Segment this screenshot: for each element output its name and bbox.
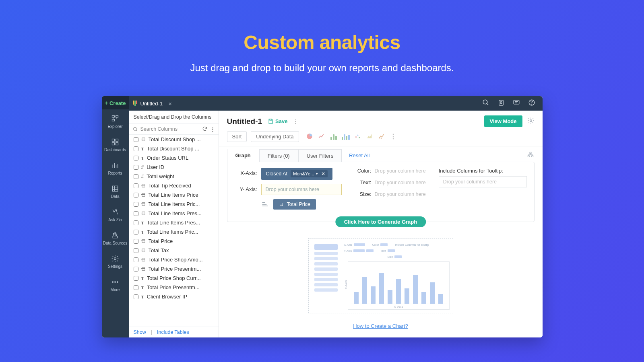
xaxis-label: X-Axis: xyxy=(235,168,257,176)
include-tables-link[interactable]: Include Tables xyxy=(157,329,189,335)
column-item[interactable]: TTotal Line Items Pres... xyxy=(129,218,219,227)
column-checkbox[interactable] xyxy=(134,211,138,216)
xaxis-chip[interactable]: Closed At Mon&Ye...▾✕ xyxy=(261,168,332,180)
nav-data[interactable]: Data xyxy=(102,179,129,203)
column-item[interactable]: Total Line Items Pric... xyxy=(129,200,219,209)
document-tab[interactable]: Untitled-1 × xyxy=(129,96,178,111)
create-button[interactable]: + Create xyxy=(102,96,129,109)
underlying-data-button[interactable]: Underlying Data xyxy=(251,131,299,142)
grouped-bar-icon[interactable] xyxy=(342,133,350,140)
nav-askzia[interactable]: Ask Zia xyxy=(102,203,129,226)
more-icon[interactable]: ⋮ xyxy=(210,126,215,132)
area-chart-icon[interactable] xyxy=(366,133,374,140)
xaxis-format-dropdown[interactable]: Mon&Ye...▾✕ xyxy=(291,170,328,177)
help-icon[interactable] xyxy=(528,99,535,108)
nav-settings[interactable]: Settings xyxy=(102,249,129,273)
column-item[interactable]: #User ID xyxy=(129,162,219,172)
tab-graph[interactable]: Graph xyxy=(227,149,259,162)
color-dropzone[interactable]: Drop your column here xyxy=(375,168,426,174)
view-mode-button[interactable]: View Mode xyxy=(484,115,522,127)
column-item[interactable]: TOrder Status URL xyxy=(129,153,219,162)
text-dropzone[interactable]: Drop your column here xyxy=(375,180,426,185)
column-checkbox[interactable] xyxy=(134,276,138,281)
column-item[interactable]: Total Tax xyxy=(129,246,219,255)
svg-rect-4 xyxy=(514,100,519,104)
svg-rect-64 xyxy=(531,156,533,157)
column-item[interactable]: Total Price Presentm... xyxy=(129,264,219,274)
column-checkbox[interactable] xyxy=(134,248,138,253)
line-chart-icon[interactable] xyxy=(318,133,326,140)
column-item[interactable]: TTotal Price Shop Curr... xyxy=(129,274,219,283)
nav-explorer[interactable]: Explorer xyxy=(102,109,129,133)
hierarchy-icon[interactable] xyxy=(526,152,535,160)
pie-chart-icon[interactable] xyxy=(305,133,314,140)
sort-button[interactable]: Sort xyxy=(227,131,247,142)
nav-dashboards[interactable]: Dashboards xyxy=(102,133,129,156)
nav-more[interactable]: More xyxy=(102,273,129,296)
column-checkbox[interactable] xyxy=(134,230,138,234)
save-button[interactable]: Save xyxy=(268,118,287,124)
chat-icon[interactable] xyxy=(513,99,520,108)
show-link[interactable]: Show xyxy=(134,329,146,335)
column-checkbox[interactable] xyxy=(134,220,138,225)
close-icon[interactable]: ✕ xyxy=(320,171,325,177)
combo-chart-icon[interactable] xyxy=(378,133,386,140)
column-item[interactable]: Total Line Items Pres... xyxy=(129,209,219,218)
more-icon[interactable]: ⋮ xyxy=(390,133,396,140)
svg-rect-52 xyxy=(142,267,144,270)
svg-point-0 xyxy=(483,100,487,104)
more-icon[interactable]: ⋮ xyxy=(293,118,299,125)
column-item[interactable]: #Total weight xyxy=(129,172,219,181)
sort-icon[interactable] xyxy=(261,202,269,207)
column-checkbox[interactable] xyxy=(134,294,138,299)
column-item[interactable]: Total Tip Received xyxy=(129,181,219,190)
yaxis-chip-dragging[interactable]: Total Price xyxy=(273,199,316,210)
svg-rect-16 xyxy=(112,143,115,145)
svg-point-57 xyxy=(355,136,357,138)
gear-icon[interactable] xyxy=(527,117,535,126)
column-search-input[interactable]: Search Columns xyxy=(129,124,202,134)
column-checkbox[interactable] xyxy=(134,183,138,188)
svg-rect-46 xyxy=(142,240,144,243)
column-checkbox[interactable] xyxy=(134,267,138,272)
nav-datasources[interactable]: Data Sources xyxy=(102,226,129,249)
column-checkbox[interactable] xyxy=(134,193,138,197)
hero-title: Custom analytics xyxy=(244,31,400,53)
column-checkbox[interactable] xyxy=(134,257,138,262)
yaxis-dropzone[interactable]: Drop your columns here xyxy=(261,184,342,195)
svg-rect-40 xyxy=(142,193,144,196)
column-checkbox[interactable] xyxy=(134,202,138,207)
column-item[interactable]: TClient Browser IP xyxy=(129,292,219,301)
svg-point-27 xyxy=(113,233,114,234)
generate-graph-button[interactable]: Click Here to Generate Graph xyxy=(335,216,426,227)
column-checkbox[interactable] xyxy=(134,174,138,179)
column-checkbox[interactable] xyxy=(134,137,138,142)
svg-point-8 xyxy=(531,104,532,104)
clipboard-icon[interactable] xyxy=(497,99,505,108)
column-item[interactable]: Total Price Shop Amo... xyxy=(129,255,219,264)
column-checkbox[interactable] xyxy=(134,156,138,160)
tooltip-dropzone[interactable]: Drop your columns here xyxy=(439,176,527,187)
column-checkbox[interactable] xyxy=(134,285,138,290)
close-icon[interactable]: × xyxy=(166,100,174,107)
column-item[interactable]: Total Line Items Price xyxy=(129,190,219,200)
bar-chart-icon[interactable] xyxy=(330,133,338,140)
size-dropzone[interactable]: Drop your column here xyxy=(375,191,426,197)
howto-link[interactable]: How to Create a Chart? xyxy=(353,323,408,329)
column-item[interactable]: Total Discount Shop ... xyxy=(129,135,219,144)
tab-user-filters[interactable]: User Filters xyxy=(298,149,342,162)
column-checkbox[interactable] xyxy=(134,146,138,151)
search-icon[interactable] xyxy=(482,99,489,108)
reset-all-link[interactable]: Reset All xyxy=(349,152,369,158)
column-checkbox[interactable] xyxy=(134,165,138,170)
column-item[interactable]: TTotal Discount Shop ... xyxy=(129,144,219,153)
nav-reports[interactable]: Reports xyxy=(102,156,129,179)
scatter-chart-icon[interactable] xyxy=(354,133,362,140)
tab-filters[interactable]: Filters (0) xyxy=(259,149,298,162)
column-item[interactable]: Total Price xyxy=(129,237,219,246)
refresh-icon[interactable] xyxy=(202,126,208,133)
column-item[interactable]: TTotal Line Items Pric... xyxy=(129,227,219,237)
yaxis-label: Y- Axis: xyxy=(235,184,257,192)
column-checkbox[interactable] xyxy=(134,239,138,244)
column-item[interactable]: TTotal Price Presentm... xyxy=(129,283,219,292)
